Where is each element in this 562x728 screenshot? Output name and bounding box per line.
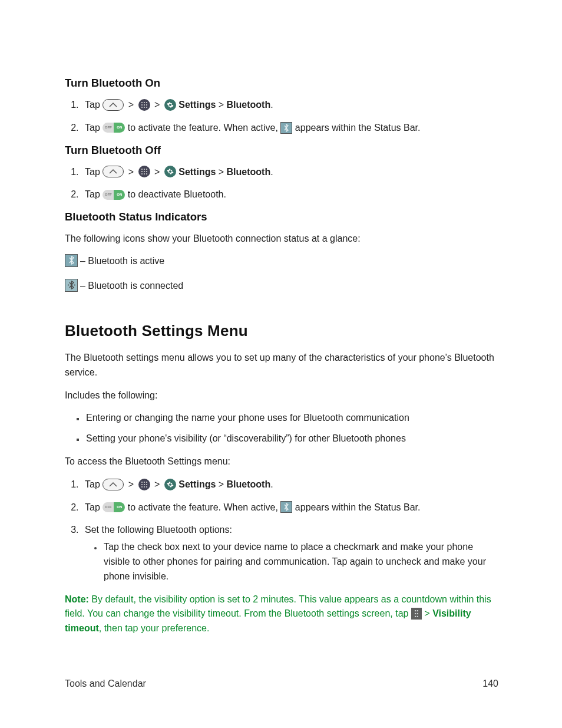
bluetooth-label: Bluetooth	[227, 479, 271, 489]
text: appears within the Status Bar.	[295, 123, 421, 133]
svg-rect-34	[417, 616, 418, 617]
menu-intro-text: The Bluetooth settings menu allows you t…	[65, 351, 498, 380]
step3-sublist: Tap the check box next to your device na…	[85, 540, 498, 584]
svg-point-23	[141, 483, 142, 485]
text: .	[270, 167, 273, 177]
svg-point-12	[141, 171, 142, 172]
status-active-line: – Bluetooth is active	[65, 255, 498, 268]
text: – Bluetooth is active	[80, 256, 164, 266]
apps-grid-icon	[138, 99, 150, 111]
step-off-1: Tap > > Settings > Bluetooth.	[81, 165, 498, 180]
step-access-3: Set the following Bluetooth options: Tap…	[81, 523, 498, 584]
text: Tap	[85, 479, 103, 489]
svg-point-27	[143, 486, 144, 487]
separator: >	[127, 165, 135, 180]
includes-label: Includes the following:	[65, 388, 498, 403]
home-button-icon	[103, 99, 124, 111]
text: .	[270, 100, 273, 110]
text: to activate the feature. When active,	[128, 123, 281, 133]
settings-label: Settings	[178, 167, 219, 177]
separator: >	[127, 477, 135, 492]
svg-point-0	[141, 102, 142, 103]
svg-rect-32	[417, 613, 418, 614]
svg-point-24	[143, 483, 144, 485]
settings-label: Settings	[178, 479, 219, 489]
svg-point-3	[141, 104, 142, 106]
separator: >	[153, 165, 161, 180]
svg-rect-29	[415, 610, 416, 611]
status-intro-text: The following icons show your Bluetooth …	[65, 232, 498, 246]
bluetooth-statusbar-icon	[280, 501, 292, 513]
step-off-2: Tap OFFON to deactivate Bluetooth.	[81, 187, 498, 202]
svg-point-6	[141, 107, 142, 108]
list-item: Tap the check box next to your device na…	[103, 540, 498, 584]
bluetooth-connected-icon	[65, 279, 78, 292]
svg-point-7	[143, 107, 144, 108]
heading-turn-bluetooth-on: Turn Bluetooth On	[65, 77, 498, 90]
text: .	[270, 479, 273, 489]
text: Tap	[85, 189, 103, 199]
footer-section-title: Tools and Calendar	[65, 678, 146, 689]
svg-point-19	[74, 285, 75, 286]
gear-icon	[164, 479, 176, 490]
gear-icon	[164, 99, 176, 111]
step-access-2: Tap OFFON to activate the feature. When …	[81, 500, 498, 515]
heading-status-indicators: Bluetooth Status Indicators	[65, 210, 498, 223]
svg-point-26	[141, 486, 142, 487]
toggle-off-on-icon: OFFON	[103, 123, 125, 133]
heading-bluetooth-settings-menu: Bluetooth Settings Menu	[65, 322, 498, 340]
svg-point-2	[146, 102, 147, 103]
svg-point-4	[143, 104, 144, 106]
separator: >	[219, 479, 224, 489]
svg-point-15	[141, 173, 142, 174]
gear-icon	[164, 166, 176, 177]
includes-list: Entering or changing the name your phone…	[65, 411, 498, 446]
svg-point-25	[146, 483, 147, 485]
text: Tap	[85, 502, 103, 512]
overflow-menu-icon	[411, 608, 422, 620]
list-item: Entering or changing the name your phone…	[85, 411, 498, 426]
apps-grid-icon	[138, 166, 150, 177]
svg-point-20	[141, 481, 142, 482]
svg-point-18	[68, 285, 69, 286]
document-page: Turn Bluetooth On Tap > > Settings > Blu…	[0, 0, 562, 728]
note-block: Note: By default, the visibility option …	[65, 592, 498, 636]
separator: >	[153, 477, 161, 492]
bluetooth-label: Bluetooth	[227, 167, 271, 177]
text: , then tap your preference.	[99, 623, 210, 633]
status-connected-line: – Bluetooth is connected	[65, 279, 498, 292]
text: to deactivate Bluetooth.	[128, 189, 226, 199]
text: Tap	[85, 100, 103, 110]
svg-point-8	[146, 107, 147, 108]
text: >	[422, 608, 432, 618]
svg-point-11	[146, 169, 147, 170]
steps-access-menu: Tap > > Settings > Bluetooth. Tap OFFON …	[65, 477, 498, 584]
home-button-icon	[103, 479, 124, 490]
page-footer: Tools and Calendar 140	[65, 678, 498, 689]
bluetooth-statusbar-icon	[280, 122, 292, 134]
text: Tap	[85, 123, 103, 133]
bluetooth-active-icon	[65, 254, 78, 267]
text: appears within the Status Bar.	[295, 502, 421, 512]
toggle-off-on-icon: OFFON	[103, 502, 125, 512]
step-on-1: Tap > > Settings > Bluetooth.	[81, 98, 498, 113]
separator: >	[219, 100, 224, 110]
svg-rect-33	[415, 616, 416, 617]
text: – Bluetooth is connected	[80, 281, 183, 291]
svg-point-22	[146, 481, 147, 482]
svg-point-16	[143, 173, 144, 174]
text: to activate the feature. When active,	[128, 502, 281, 512]
svg-point-13	[143, 171, 144, 172]
list-item: Setting your phone's visibility (or “dis…	[85, 431, 498, 446]
toggle-off-on-icon: OFFON	[103, 190, 125, 200]
separator: >	[219, 167, 224, 177]
svg-rect-30	[417, 610, 418, 611]
steps-turn-off: Tap > > Settings > Bluetooth. Tap OFFON …	[65, 165, 498, 203]
apps-grid-icon	[138, 479, 150, 490]
svg-point-10	[143, 169, 144, 170]
separator: >	[153, 98, 161, 113]
text: Set the following Bluetooth options:	[85, 525, 232, 535]
footer-page-number: 140	[482, 678, 498, 689]
svg-point-9	[141, 169, 142, 170]
svg-point-21	[143, 481, 144, 482]
